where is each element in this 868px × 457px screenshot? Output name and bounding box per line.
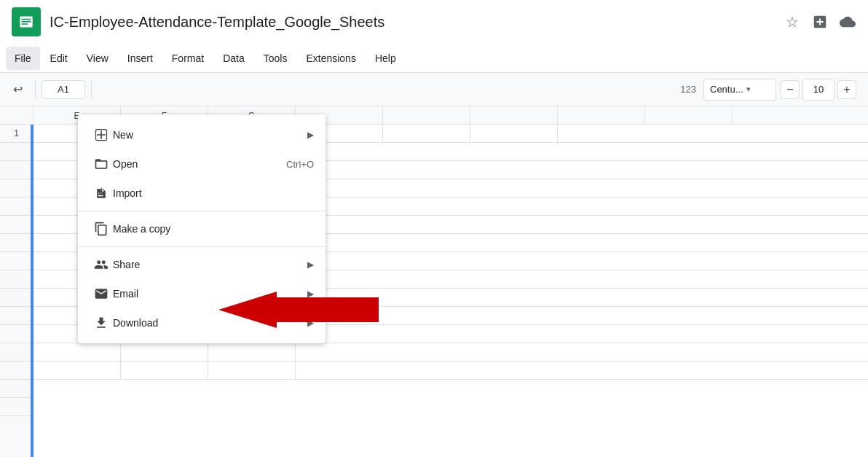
folder-icon xyxy=(90,152,113,176)
open-shortcut: Ctrl+O xyxy=(286,159,314,170)
menu-option-open[interactable]: Open Ctrl+O xyxy=(78,149,326,179)
menu-option-share[interactable]: Share ▶ xyxy=(78,250,326,279)
make-a-copy-label: Make a copy xyxy=(113,223,314,235)
cloud-icon[interactable] xyxy=(839,13,856,31)
star-icon[interactable]: ☆ xyxy=(784,13,801,31)
red-arrow xyxy=(218,292,379,331)
dropdown-overlay: New ▶ Open Ctrl+O Import xyxy=(0,44,868,457)
share-arrow: ▶ xyxy=(307,259,314,270)
menu-option-import[interactable]: Import xyxy=(78,179,326,208)
new-label: New xyxy=(113,129,307,141)
import-icon xyxy=(90,181,113,205)
svg-rect-3 xyxy=(22,21,31,23)
svg-marker-6 xyxy=(218,292,379,328)
menu-divider-1 xyxy=(78,211,326,211)
new-arrow: ▶ xyxy=(307,130,314,140)
download-icon xyxy=(90,311,113,335)
copy-icon xyxy=(90,217,113,241)
title-icons: ☆ xyxy=(784,13,856,31)
email-icon xyxy=(90,282,113,305)
app-icon xyxy=(12,7,41,36)
share-label: Share xyxy=(113,259,307,270)
menu-option-make-a-copy[interactable]: Make a copy xyxy=(78,214,326,243)
svg-rect-2 xyxy=(22,19,31,20)
title-bar: IC-Employee-Attendance-Template_Google_S… xyxy=(0,0,868,44)
menu-divider-2 xyxy=(78,246,326,247)
menu-option-new[interactable]: New ▶ xyxy=(78,120,326,149)
new-icon xyxy=(90,123,113,147)
svg-rect-4 xyxy=(22,23,28,25)
open-label: Open xyxy=(113,158,286,170)
import-label: Import xyxy=(113,187,314,199)
drive-add-icon[interactable] xyxy=(811,13,829,31)
share-icon xyxy=(90,253,113,276)
doc-title: IC-Employee-Attendance-Template_Google_S… xyxy=(50,14,775,31)
